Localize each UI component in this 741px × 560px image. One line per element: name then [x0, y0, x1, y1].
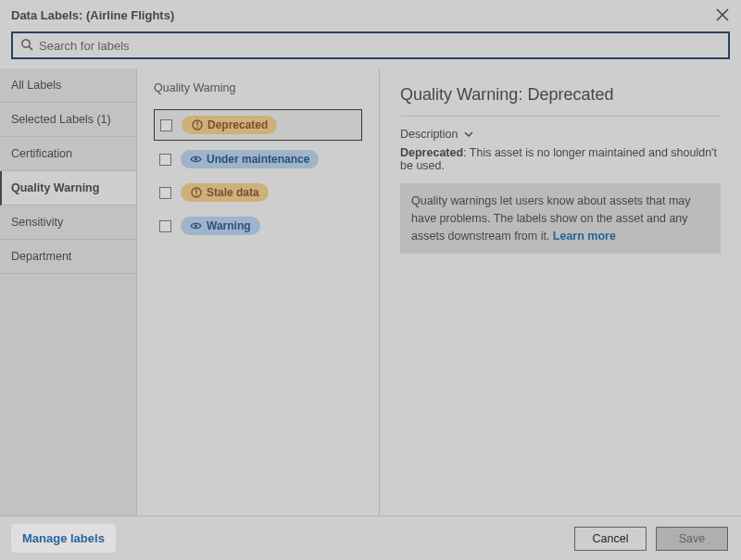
checkbox[interactable] — [159, 220, 171, 232]
sidebar-item-certification[interactable]: Certification — [0, 137, 136, 171]
svg-point-2 — [195, 157, 197, 160]
search-input[interactable] — [39, 39, 721, 53]
detail-title: Quality Warning: Deprecated — [400, 85, 721, 105]
sidebar-item-sensitivity[interactable]: Sensitivity — [0, 205, 136, 240]
sidebar-item-all-labels[interactable]: All Labels — [0, 68, 136, 103]
chevron-down-icon — [464, 128, 473, 141]
save-button[interactable]: Save — [656, 527, 728, 551]
divider — [400, 116, 721, 117]
dialog-title: Data Labels: (Airline Flights) — [11, 8, 174, 22]
label-text: Deprecated — [207, 118, 268, 131]
description-toggle[interactable]: Description — [400, 128, 721, 141]
sidebar-item-label: All Labels — [11, 79, 61, 92]
label-pill: Deprecated — [182, 116, 277, 134]
sidebar-item-label: Department — [11, 250, 71, 263]
label-row-warning[interactable]: Warning — [154, 211, 362, 241]
info-text: Quality warnings let users know about as… — [411, 194, 691, 243]
info-box: Quality warnings let users know about as… — [400, 183, 721, 254]
data-labels-dialog: Data Labels: (Airline Flights) All Label… — [0, 0, 741, 560]
search-wrap — [0, 31, 741, 68]
manage-labels-link[interactable]: Manage labels — [13, 526, 114, 551]
eye-icon — [190, 154, 202, 166]
label-pill: Stale data — [181, 183, 269, 202]
checkbox[interactable] — [159, 154, 171, 166]
checkbox[interactable] — [160, 119, 172, 131]
sidebar-item-selected-labels[interactable]: Selected Labels (1) — [0, 103, 136, 137]
svg-point-4 — [195, 224, 197, 227]
label-list: Quality Warning Deprecated Under mainten… — [137, 68, 380, 516]
sidebar-item-label: Selected Labels (1) — [11, 113, 111, 126]
description-name: Deprecated — [400, 146, 463, 159]
search-icon — [20, 38, 33, 54]
dialog-titlebar: Data Labels: (Airline Flights) — [0, 0, 741, 31]
label-row-deprecated[interactable]: Deprecated — [154, 109, 362, 141]
list-header: Quality Warning — [154, 81, 362, 94]
search-box[interactable] — [11, 31, 730, 59]
close-icon[interactable] — [715, 7, 730, 22]
label-text: Stale data — [207, 186, 259, 199]
sidebar-item-label: Sensitivity — [11, 216, 63, 229]
category-sidebar: All Labels Selected Labels (1) Certifica… — [0, 68, 137, 516]
dialog-footer: Manage labels Cancel Save — [0, 516, 741, 560]
cancel-button[interactable]: Cancel — [574, 527, 647, 551]
sidebar-item-department[interactable]: Department — [0, 240, 136, 274]
warning-icon — [191, 119, 203, 131]
svg-point-0 — [22, 39, 30, 46]
sidebar-item-label: Quality Warning — [11, 181, 99, 194]
dialog-body: All Labels Selected Labels (1) Certifica… — [0, 68, 741, 516]
warning-icon — [190, 187, 202, 199]
footer-buttons: Cancel Save — [574, 527, 728, 551]
label-text: Under maintenance — [207, 153, 309, 166]
label-text: Warning — [207, 219, 251, 232]
description-body: Deprecated: This asset is no longer main… — [400, 146, 721, 172]
label-row-under-maintenance[interactable]: Under maintenance — [154, 144, 362, 174]
label-pill: Warning — [181, 217, 260, 235]
eye-icon — [190, 220, 202, 232]
label-pill: Under maintenance — [181, 150, 319, 168]
label-detail: Quality Warning: Deprecated Description … — [380, 68, 741, 516]
learn-more-link[interactable]: Learn more — [553, 230, 616, 243]
checkbox[interactable] — [159, 187, 171, 199]
sidebar-item-label: Certification — [11, 147, 72, 160]
label-row-stale-data[interactable]: Stale data — [154, 178, 362, 207]
description-header-label: Description — [400, 128, 458, 141]
sidebar-item-quality-warning[interactable]: Quality Warning — [0, 171, 136, 205]
